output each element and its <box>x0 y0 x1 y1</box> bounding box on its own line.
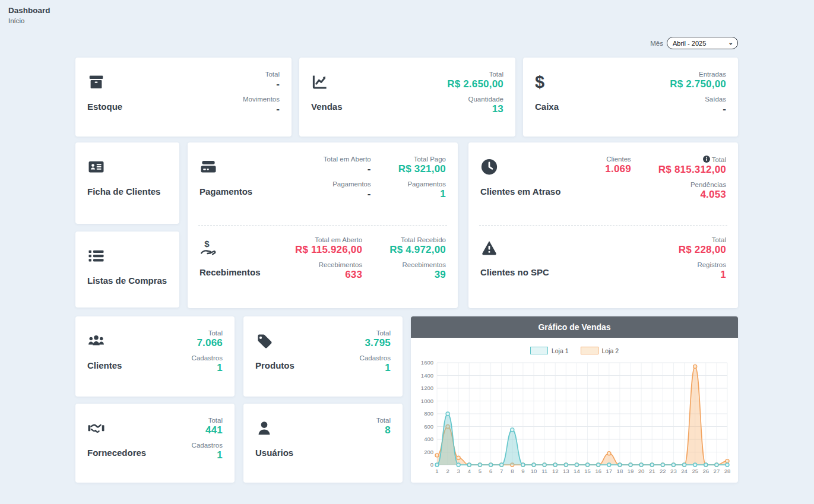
month-filter-label: Mês <box>650 40 663 47</box>
svg-text:10: 10 <box>531 468 537 474</box>
svg-text:2: 2 <box>446 468 449 474</box>
card-clientes[interactable]: Clientes Total 7.066 Cadastros 1 <box>75 316 235 397</box>
card-produtos[interactable]: Produtos Total 3.795 Cadastros 1 <box>243 316 403 397</box>
user-icon <box>255 419 274 438</box>
stat-pagamentos-qtd-pago: Pagamentos 1 <box>398 180 446 200</box>
credit-card-icon <box>199 158 218 177</box>
stat-caixa-saidas: Saídas - <box>670 96 726 115</box>
card-pagamentos-recebimentos[interactable]: Pagamentos Total em Aberto - Pagamentos … <box>188 142 458 308</box>
svg-text:11: 11 <box>541 468 547 474</box>
stat-vendas-quantidade: Quantidade 13 <box>447 96 503 115</box>
info-icon[interactable] <box>703 156 712 163</box>
card-usuarios[interactable]: Usuários Total 8 <box>243 404 403 483</box>
svg-text:4: 4 <box>468 468 471 474</box>
card-ficha-clientes[interactable]: Ficha de Clientes <box>75 142 179 224</box>
clock-icon <box>480 158 499 177</box>
svg-text:28: 28 <box>724 468 731 474</box>
list-icon <box>87 247 106 266</box>
stat-estoque-total: Total - <box>243 71 280 90</box>
stat-clientes-cadastros: Cadastros 1 <box>192 354 223 374</box>
svg-text:14: 14 <box>574 468 580 474</box>
svg-text:800: 800 <box>424 410 433 417</box>
svg-text:3: 3 <box>457 468 460 474</box>
chart-legend: Loja 1 Loja 2 <box>411 347 738 354</box>
svg-text:12: 12 <box>552 468 559 474</box>
card-fornecedores[interactable]: Fornecedores Total 441 Cadastros 1 <box>75 404 235 483</box>
stat-produtos-cadastros: Cadastros 1 <box>360 354 391 374</box>
card-vendas[interactable]: Vendas Total R$ 2.650,00 Quantidade 13 <box>299 58 515 137</box>
card-listas-compras[interactable]: Listas de Compras <box>75 232 179 308</box>
warning-triangle-icon <box>480 239 499 258</box>
stat-atraso-pendencias: Pendências 4.053 <box>658 181 726 201</box>
card-title: Estoque <box>87 102 122 112</box>
stat-clientes-total: Total 7.066 <box>192 329 223 349</box>
stat-recebimentos-qtd-aberto: Recebimentos 633 <box>295 261 362 281</box>
svg-text:$: $ <box>204 239 210 249</box>
stat-pagamentos-total-aberto: Total em Aberto - <box>324 156 371 175</box>
chart-line-icon <box>311 73 330 92</box>
svg-text:22: 22 <box>660 468 666 474</box>
users-icon <box>87 332 106 351</box>
svg-text:17: 17 <box>606 468 613 474</box>
tag-icon <box>255 332 274 351</box>
card-title: Produtos <box>255 360 294 370</box>
sales-chart-card: Gráfico de Vendas Loja 1 Loja 2 02004006… <box>411 316 738 483</box>
card-title: Clientes no SPC <box>480 267 549 277</box>
svg-text:5: 5 <box>479 468 482 474</box>
svg-text:600: 600 <box>424 423 433 430</box>
legend-item-loja1[interactable]: Loja 1 <box>530 347 569 354</box>
svg-text:21: 21 <box>649 468 655 474</box>
address-card-icon <box>87 158 106 177</box>
page-title: Dashboard <box>8 6 50 15</box>
stat-atraso-total: Total R$ 815.312,00 <box>658 156 726 176</box>
month-select[interactable]: Abril - 2025 <box>667 37 738 49</box>
svg-text:1: 1 <box>435 468 438 474</box>
svg-text:1000: 1000 <box>421 398 433 404</box>
card-title: Usuários <box>255 448 293 458</box>
svg-text:200: 200 <box>424 449 433 455</box>
card-title: Clientes <box>87 360 122 370</box>
svg-text:13: 13 <box>563 468 569 474</box>
svg-text:1600: 1600 <box>421 359 433 366</box>
svg-text:27: 27 <box>714 468 720 474</box>
svg-text:26: 26 <box>703 468 710 474</box>
legend-item-loja2[interactable]: Loja 2 <box>581 347 619 354</box>
legend-swatch-loja2 <box>581 347 598 354</box>
svg-text:24: 24 <box>681 468 688 474</box>
card-title: Listas de Compras <box>87 275 167 286</box>
svg-text:400: 400 <box>424 436 433 442</box>
card-title: Ficha de Clientes <box>87 186 160 196</box>
sales-chart-title: Gráfico de Vendas <box>411 316 738 338</box>
card-atraso-spc[interactable]: Clientes em Atraso Clientes 1.069 Total … <box>468 142 738 308</box>
svg-text:6: 6 <box>489 468 492 474</box>
stat-estoque-movimentos: Movimentos - <box>243 96 280 115</box>
svg-text:1400: 1400 <box>421 372 433 379</box>
stat-fornecedores-total: Total 441 <box>192 417 223 436</box>
svg-text:23: 23 <box>670 468 677 474</box>
dollar-icon: $ <box>535 73 554 92</box>
svg-text:20: 20 <box>638 468 645 474</box>
card-caixa[interactable]: $ Caixa Entradas R$ 2.750,00 Saídas - <box>523 58 738 137</box>
stat-caixa-entradas: Entradas R$ 2.750,00 <box>670 71 726 90</box>
svg-text:9: 9 <box>521 468 524 474</box>
stat-atraso-clientes: Clientes 1.069 <box>605 156 631 175</box>
box-icon <box>87 73 106 92</box>
legend-swatch-loja1 <box>530 347 548 354</box>
svg-text:7: 7 <box>500 468 503 474</box>
card-title: Fornecedores <box>87 448 146 458</box>
stat-pagamentos-qtd-aberto: Pagamentos - <box>324 180 371 200</box>
stat-spc-total: Total R$ 228,00 <box>679 236 726 256</box>
card-estoque[interactable]: Estoque Total - Movimentos - <box>75 58 292 137</box>
stat-fornecedores-cadastros: Cadastros 1 <box>192 442 223 461</box>
svg-text:16: 16 <box>595 468 601 474</box>
card-title: Pagamentos <box>199 186 252 196</box>
stat-produtos-total: Total 3.795 <box>360 329 391 349</box>
stat-spc-registros: Registros 1 <box>679 261 726 281</box>
card-title: Vendas <box>311 102 343 112</box>
card-title: Recebimentos <box>199 267 261 277</box>
handshake-icon <box>87 419 106 438</box>
sales-chart-svg: 0200400600800100012001400160012345678910… <box>416 357 733 479</box>
svg-text:15: 15 <box>584 468 591 474</box>
svg-text:1200: 1200 <box>421 385 433 391</box>
breadcrumb[interactable]: Início <box>8 17 25 24</box>
